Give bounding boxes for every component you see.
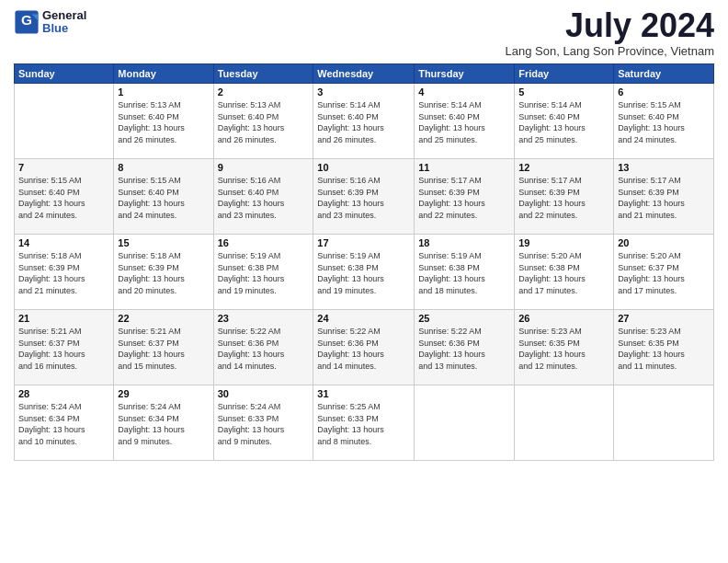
day-info: Sunrise: 5:17 AMSunset: 6:39 PMDaylight:… <box>618 175 710 221</box>
day-info: Sunrise: 5:22 AMSunset: 6:36 PMDaylight:… <box>418 326 510 372</box>
calendar-cell: 27Sunrise: 5:23 AMSunset: 6:35 PMDayligh… <box>614 310 714 385</box>
calendar-cell: 9Sunrise: 5:16 AMSunset: 6:40 PMDaylight… <box>213 159 313 235</box>
calendar-cell: 25Sunrise: 5:22 AMSunset: 6:36 PMDayligh… <box>415 310 515 385</box>
calendar-page: G General Blue July 2024 Lang Son, Lang … <box>0 0 728 563</box>
day-info: Sunrise: 5:16 AMSunset: 6:39 PMDaylight:… <box>317 175 410 221</box>
day-number: 23 <box>218 313 310 324</box>
title-location: Lang Son, Lang Son Province, Vietnam <box>506 44 714 58</box>
day-number: 28 <box>18 388 109 399</box>
day-number: 30 <box>218 388 310 399</box>
day-info: Sunrise: 5:25 AMSunset: 6:33 PMDaylight:… <box>317 401 410 447</box>
day-number: 9 <box>218 162 310 173</box>
svg-text:G: G <box>21 12 32 28</box>
day-info: Sunrise: 5:13 AMSunset: 6:40 PMDaylight:… <box>118 99 209 145</box>
day-number: 8 <box>118 162 209 173</box>
calendar-cell: 16Sunrise: 5:19 AMSunset: 6:38 PMDayligh… <box>213 235 313 310</box>
header: G General Blue July 2024 Lang Son, Lang … <box>14 9 714 58</box>
day-number: 22 <box>118 313 209 324</box>
weekday-header-monday: Monday <box>114 64 213 84</box>
calendar-cell: 7Sunrise: 5:15 AMSunset: 6:40 PMDaylight… <box>15 159 114 235</box>
day-info: Sunrise: 5:17 AMSunset: 6:39 PMDaylight:… <box>518 175 609 221</box>
title-block: July 2024 Lang Son, Lang Son Province, V… <box>506 9 714 58</box>
calendar-cell: 18Sunrise: 5:19 AMSunset: 6:38 PMDayligh… <box>415 235 515 310</box>
day-info: Sunrise: 5:14 AMSunset: 6:40 PMDaylight:… <box>518 99 609 145</box>
day-info: Sunrise: 5:22 AMSunset: 6:36 PMDaylight:… <box>218 326 310 372</box>
day-info: Sunrise: 5:15 AMSunset: 6:40 PMDaylight:… <box>618 99 710 145</box>
day-number: 24 <box>317 313 410 324</box>
calendar-cell: 24Sunrise: 5:22 AMSunset: 6:36 PMDayligh… <box>313 310 415 385</box>
day-info: Sunrise: 5:24 AMSunset: 6:34 PMDaylight:… <box>18 401 109 447</box>
day-info: Sunrise: 5:23 AMSunset: 6:35 PMDaylight:… <box>618 326 710 372</box>
day-info: Sunrise: 5:21 AMSunset: 6:37 PMDaylight:… <box>118 326 209 372</box>
calendar-cell: 13Sunrise: 5:17 AMSunset: 6:39 PMDayligh… <box>614 159 714 235</box>
day-info: Sunrise: 5:19 AMSunset: 6:38 PMDaylight:… <box>317 250 410 296</box>
weekday-header-tuesday: Tuesday <box>213 64 313 84</box>
calendar-cell: 20Sunrise: 5:20 AMSunset: 6:37 PMDayligh… <box>614 235 714 310</box>
day-number: 10 <box>317 162 410 173</box>
calendar-cell: 28Sunrise: 5:24 AMSunset: 6:34 PMDayligh… <box>15 385 114 461</box>
calendar-cell: 3Sunrise: 5:14 AMSunset: 6:40 PMDaylight… <box>313 84 415 159</box>
day-info: Sunrise: 5:19 AMSunset: 6:38 PMDaylight:… <box>218 250 310 296</box>
day-number: 13 <box>618 162 710 173</box>
calendar-cell: 6Sunrise: 5:15 AMSunset: 6:40 PMDaylight… <box>614 84 714 159</box>
day-number: 12 <box>518 162 609 173</box>
calendar-cell: 5Sunrise: 5:14 AMSunset: 6:40 PMDaylight… <box>515 84 614 159</box>
calendar-cell: 21Sunrise: 5:21 AMSunset: 6:37 PMDayligh… <box>15 310 114 385</box>
day-number: 16 <box>218 237 310 248</box>
logo-general: General <box>42 9 86 22</box>
calendar-cell: 30Sunrise: 5:24 AMSunset: 6:33 PMDayligh… <box>213 385 313 461</box>
day-info: Sunrise: 5:16 AMSunset: 6:40 PMDaylight:… <box>218 175 310 221</box>
calendar-cell: 23Sunrise: 5:22 AMSunset: 6:36 PMDayligh… <box>213 310 313 385</box>
day-info: Sunrise: 5:24 AMSunset: 6:33 PMDaylight:… <box>218 401 310 447</box>
day-number: 25 <box>418 313 510 324</box>
calendar-cell: 1Sunrise: 5:13 AMSunset: 6:40 PMDaylight… <box>114 84 213 159</box>
calendar-cell: 29Sunrise: 5:24 AMSunset: 6:34 PMDayligh… <box>114 385 213 461</box>
day-info: Sunrise: 5:21 AMSunset: 6:37 PMDaylight:… <box>18 326 109 372</box>
logo-icon: G <box>14 9 40 35</box>
day-number: 1 <box>118 86 209 98</box>
calendar-cell: 31Sunrise: 5:25 AMSunset: 6:33 PMDayligh… <box>313 385 415 461</box>
weekday-header-friday: Friday <box>515 64 614 84</box>
day-info: Sunrise: 5:18 AMSunset: 6:39 PMDaylight:… <box>18 250 109 296</box>
calendar-cell: 12Sunrise: 5:17 AMSunset: 6:39 PMDayligh… <box>515 159 614 235</box>
calendar-cell: 4Sunrise: 5:14 AMSunset: 6:40 PMDaylight… <box>415 84 515 159</box>
day-info: Sunrise: 5:18 AMSunset: 6:39 PMDaylight:… <box>118 250 209 296</box>
week-row-1: 1Sunrise: 5:13 AMSunset: 6:40 PMDaylight… <box>15 84 714 159</box>
day-number: 20 <box>618 237 710 248</box>
day-info: Sunrise: 5:19 AMSunset: 6:38 PMDaylight:… <box>418 250 510 296</box>
day-number: 14 <box>18 237 109 248</box>
weekday-header-row: SundayMondayTuesdayWednesdayThursdayFrid… <box>15 64 714 84</box>
day-number: 26 <box>518 313 609 324</box>
day-number: 7 <box>18 162 109 173</box>
weekday-header-wednesday: Wednesday <box>313 64 415 84</box>
day-number: 29 <box>118 388 209 399</box>
day-number: 2 <box>218 86 310 98</box>
day-number: 21 <box>18 313 109 324</box>
calendar-cell: 14Sunrise: 5:18 AMSunset: 6:39 PMDayligh… <box>15 235 114 310</box>
day-number: 31 <box>317 388 410 399</box>
day-info: Sunrise: 5:15 AMSunset: 6:40 PMDaylight:… <box>118 175 209 221</box>
title-month: July 2024 <box>506 9 714 42</box>
weekday-header-thursday: Thursday <box>415 64 515 84</box>
calendar-cell: 2Sunrise: 5:13 AMSunset: 6:40 PMDaylight… <box>213 84 313 159</box>
week-row-3: 14Sunrise: 5:18 AMSunset: 6:39 PMDayligh… <box>15 235 714 310</box>
day-number: 5 <box>518 86 609 98</box>
calendar-cell <box>15 84 114 159</box>
logo: G General Blue <box>14 9 86 36</box>
day-number: 6 <box>618 86 710 98</box>
calendar-cell: 26Sunrise: 5:23 AMSunset: 6:35 PMDayligh… <box>515 310 614 385</box>
calendar-cell: 17Sunrise: 5:19 AMSunset: 6:38 PMDayligh… <box>313 235 415 310</box>
day-info: Sunrise: 5:14 AMSunset: 6:40 PMDaylight:… <box>317 99 410 145</box>
calendar-cell <box>515 385 614 461</box>
calendar-cell: 22Sunrise: 5:21 AMSunset: 6:37 PMDayligh… <box>114 310 213 385</box>
week-row-2: 7Sunrise: 5:15 AMSunset: 6:40 PMDaylight… <box>15 159 714 235</box>
weekday-header-saturday: Saturday <box>614 64 714 84</box>
calendar-cell: 8Sunrise: 5:15 AMSunset: 6:40 PMDaylight… <box>114 159 213 235</box>
day-info: Sunrise: 5:20 AMSunset: 6:37 PMDaylight:… <box>618 250 710 296</box>
day-info: Sunrise: 5:15 AMSunset: 6:40 PMDaylight:… <box>18 175 109 221</box>
day-number: 11 <box>418 162 510 173</box>
week-row-4: 21Sunrise: 5:21 AMSunset: 6:37 PMDayligh… <box>15 310 714 385</box>
day-number: 19 <box>518 237 609 248</box>
calendar-cell <box>614 385 714 461</box>
day-info: Sunrise: 5:23 AMSunset: 6:35 PMDaylight:… <box>518 326 609 372</box>
